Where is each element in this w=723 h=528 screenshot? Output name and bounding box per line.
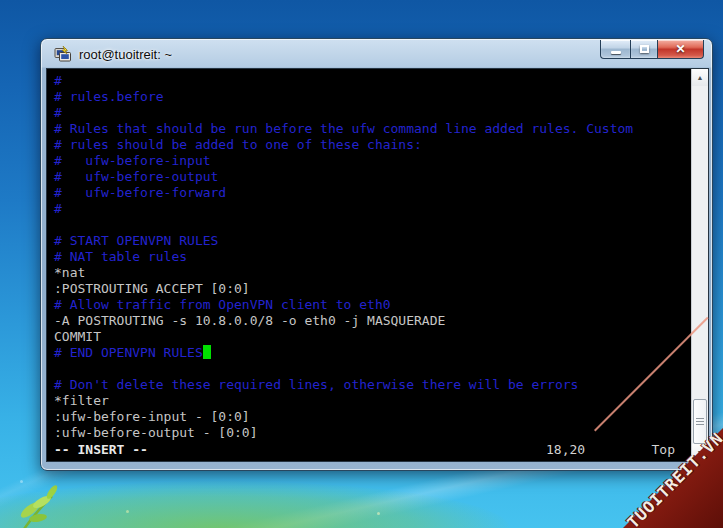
terminal: ## rules.before## Rules that should be r… bbox=[47, 69, 708, 461]
terminal-lines: ## rules.before## Rules that should be r… bbox=[54, 73, 691, 441]
terminal-line: # bbox=[54, 73, 691, 89]
terminal-line: *filter bbox=[54, 393, 691, 409]
minimize-icon bbox=[611, 51, 621, 54]
scrollbar-track[interactable] bbox=[692, 86, 708, 444]
terminal-line: *nat bbox=[54, 265, 691, 281]
terminal-line: :POSTROUTING ACCEPT [0:0] bbox=[54, 281, 691, 297]
arrow-up-icon: ▲ bbox=[697, 74, 704, 81]
vim-scroll-position: Top bbox=[652, 442, 675, 458]
terminal-line bbox=[54, 361, 691, 377]
terminal-line: # Don't delete these required lines, oth… bbox=[54, 377, 691, 393]
terminal-line bbox=[54, 217, 691, 233]
terminal-line: # ufw-before-output bbox=[54, 169, 691, 185]
putty-icon bbox=[54, 46, 72, 62]
vim-ruler: 18,20 bbox=[546, 442, 585, 458]
wallpaper-leaf-branch bbox=[8, 476, 98, 528]
terminal-line: # rules.before bbox=[54, 89, 691, 105]
putty-window: root@tuoitreit: ~ ✕ ## rules.before## Ru… bbox=[40, 38, 713, 471]
scrollbar-up-button[interactable]: ▲ bbox=[692, 69, 708, 86]
terminal-line: # bbox=[54, 105, 691, 121]
minimize-button[interactable] bbox=[600, 40, 630, 59]
terminal-line: # ufw-before-input bbox=[54, 153, 691, 169]
terminal-line: # START OPENVPN RULES bbox=[54, 233, 691, 249]
terminal-line: :ufw-before-input - [0:0] bbox=[54, 409, 691, 425]
window-title: root@tuoitreit: ~ bbox=[79, 47, 172, 62]
scrollbar-grip-icon bbox=[696, 418, 704, 425]
terminal-line: # ufw-before-forward bbox=[54, 185, 691, 201]
terminal-line: # rules should be added to one of these … bbox=[54, 137, 691, 153]
vim-mode-indicator: -- INSERT -- bbox=[54, 442, 148, 458]
close-icon: ✕ bbox=[675, 43, 685, 55]
terminal-line: # END OPENVPN RULES bbox=[54, 345, 691, 361]
terminal-line: # NAT table rules bbox=[54, 249, 691, 265]
terminal-line: COMMIT bbox=[54, 329, 691, 345]
terminal-screen[interactable]: ## rules.before## Rules that should be r… bbox=[47, 69, 691, 461]
terminal-line: # bbox=[54, 201, 691, 217]
window-controls: ✕ bbox=[600, 40, 704, 59]
terminal-scrollbar[interactable]: ▲ ▼ bbox=[691, 69, 708, 461]
desktop-wallpaper: root@tuoitreit: ~ ✕ ## rules.before## Ru… bbox=[0, 0, 723, 528]
maximize-button[interactable] bbox=[630, 40, 658, 59]
vim-cursor bbox=[203, 345, 211, 359]
maximize-icon bbox=[640, 45, 649, 53]
close-button[interactable]: ✕ bbox=[658, 40, 704, 59]
terminal-line: -A POSTROUTING -s 10.8.0.0/8 -o eth0 -j … bbox=[54, 313, 691, 329]
terminal-line: # Rules that should be run before the uf… bbox=[54, 121, 691, 137]
terminal-line: # Allow traffic from OpenVPN client to e… bbox=[54, 297, 691, 313]
vim-statusline: -- INSERT -- 18,20 Top bbox=[54, 442, 675, 458]
